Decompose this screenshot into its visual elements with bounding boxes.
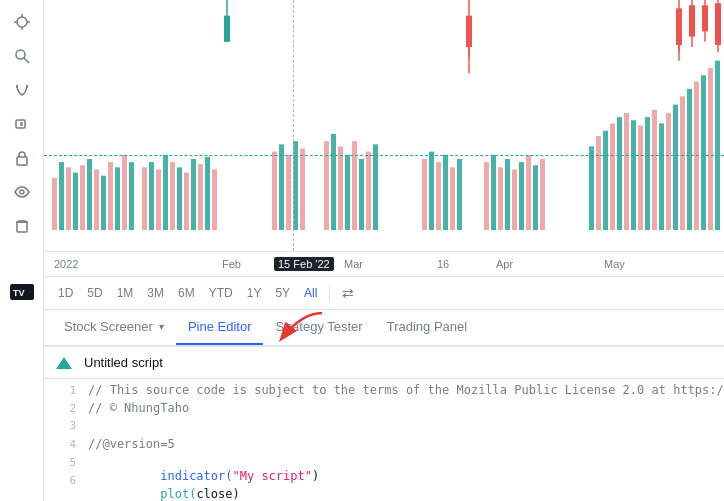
line-num-5: 5 [52,456,76,469]
time-axis: 2022 Feb 15 Feb '22 Mar 16 Apr May [44,251,724,276]
zoom-icon[interactable] [8,42,36,70]
svg-rect-38 [212,169,217,230]
svg-point-13 [20,190,24,194]
tab-pine-editor[interactable]: Pine Editor [176,310,264,345]
svg-rect-77 [659,123,664,230]
svg-rect-45 [331,134,336,230]
code-line-6: 6 plot(close) [44,473,724,491]
svg-rect-55 [443,155,448,230]
svg-rect-68 [596,136,601,230]
time-label-feb: Feb [222,258,241,270]
code-line-4: 4 //@version=5 [44,437,724,455]
tv-logo: TV [0,278,44,306]
trash-icon[interactable] [8,212,36,240]
svg-rect-46 [338,146,343,230]
magnet-icon[interactable] [8,76,36,104]
svg-rect-31 [163,155,168,230]
line-num-3: 3 [52,419,76,432]
time-label-mar: Mar [344,258,363,270]
pine-editor-header: Untitled script [44,347,724,379]
svg-rect-74 [638,126,643,231]
label-icon[interactable] [8,110,36,138]
code-line-2: 2 // © NhungTaho [44,401,724,419]
svg-rect-49 [359,159,364,230]
compare-icon-btn[interactable]: ⇄ [336,282,360,304]
svg-point-0 [17,17,27,27]
code-line-5: 5 indicator("My script") [44,455,724,473]
timeframe-all[interactable]: All [298,283,323,303]
svg-rect-62 [512,169,517,230]
svg-rect-36 [198,164,203,230]
svg-rect-47 [345,155,350,230]
svg-rect-80 [680,96,685,230]
svg-rect-69 [603,131,608,230]
svg-rect-63 [519,162,524,230]
tab-stock-screener[interactable]: Stock Screener ▾ [52,310,176,345]
svg-rect-67 [589,146,594,230]
code-line-1: 1 // This source code is subject to the … [44,383,724,401]
chart-svg [44,0,724,251]
timeframe-3m[interactable]: 3M [141,283,170,303]
svg-rect-58 [484,162,489,230]
svg-rect-40 [279,144,284,230]
main-content: 2022 Feb 15 Feb '22 Mar 16 Apr May 1D 5D… [44,0,724,501]
svg-rect-57 [457,159,462,230]
timeframe-5d[interactable]: 5D [81,283,108,303]
pine-logo-icon [56,357,72,369]
tab-strategy-tester[interactable]: Strategy Tester [263,310,374,345]
tab-trading-panel-label: Trading Panel [387,319,467,334]
svg-rect-17 [59,162,64,230]
timeframe-ytd[interactable]: YTD [203,283,239,303]
svg-rect-33 [177,167,182,230]
svg-rect-28 [142,167,147,230]
tab-stock-screener-label: Stock Screener [64,319,153,334]
svg-rect-29 [149,162,154,230]
tab-strategy-tester-label: Strategy Tester [275,319,362,334]
svg-rect-9 [16,120,25,128]
svg-rect-32 [170,162,175,230]
svg-rect-51 [373,144,378,230]
toolbar-separator [329,285,330,301]
svg-rect-85 [715,61,720,230]
time-label-16: 16 [437,258,449,270]
svg-rect-54 [436,162,441,230]
svg-rect-95 [689,5,695,36]
timeframe-6m[interactable]: 6M [172,283,201,303]
pine-editor-title: Untitled script [84,355,163,370]
svg-rect-99 [715,3,721,45]
line-num-1: 1 [52,384,76,397]
timeframe-5y[interactable]: 5Y [269,283,296,303]
chart-area[interactable] [44,0,724,251]
svg-rect-70 [610,123,615,230]
line-num-2: 2 [52,402,76,415]
lock-icon[interactable] [8,144,36,172]
svg-rect-14 [17,222,27,232]
svg-rect-75 [645,117,650,230]
svg-rect-34 [184,173,189,231]
svg-rect-24 [108,162,113,230]
crosshair-icon[interactable] [8,8,36,36]
svg-rect-25 [115,167,120,230]
svg-rect-27 [129,162,134,230]
svg-rect-81 [687,89,692,230]
timeframe-1m[interactable]: 1M [111,283,140,303]
timeframe-1d[interactable]: 1D [52,283,79,303]
left-sidebar [0,0,44,501]
svg-rect-78 [666,113,671,230]
svg-rect-20 [80,165,85,230]
eye-icon[interactable] [8,178,36,206]
code-normal-close: close) [196,487,239,501]
code-text-6: plot(close) [88,473,240,501]
svg-rect-87 [224,16,230,42]
svg-rect-84 [708,68,713,230]
svg-rect-50 [366,152,371,230]
bottom-tabs-bar: Stock Screener ▾ Pine Editor Strategy Te… [44,310,724,346]
svg-rect-18 [66,167,71,230]
pine-editor-content[interactable]: 1 // This source code is subject to the … [44,379,724,501]
code-text-4: //@version=5 [88,437,175,451]
svg-rect-43 [300,149,305,231]
svg-rect-35 [191,159,196,230]
timeframe-1y[interactable]: 1Y [241,283,268,303]
tab-trading-panel[interactable]: Trading Panel [375,310,479,345]
line-num-6: 6 [52,474,76,487]
